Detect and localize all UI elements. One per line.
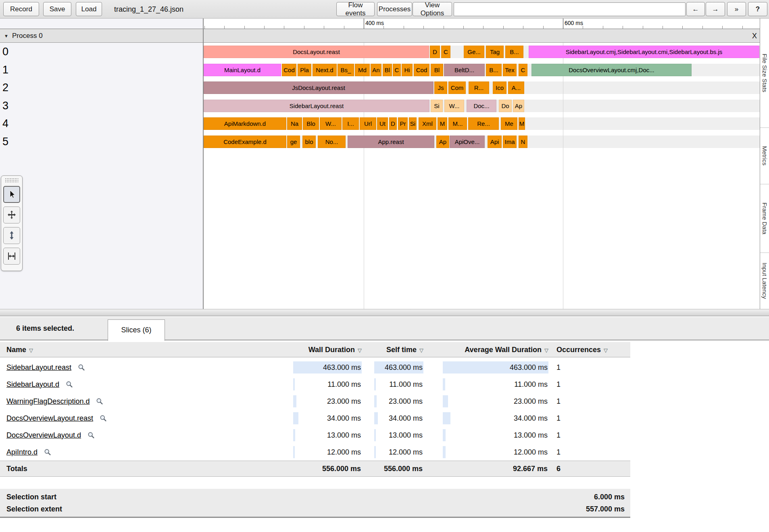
flame-slice[interactable]: DocsOverviewLayout.cmj,Doc... xyxy=(531,64,692,76)
magnifier-icon[interactable] xyxy=(88,432,95,439)
flame-slice[interactable]: Md xyxy=(355,64,370,76)
flame-slice[interactable]: Bl xyxy=(383,64,392,76)
flame-slice[interactable]: Pla xyxy=(298,64,311,76)
flame-slice[interactable]: D xyxy=(389,117,397,130)
magnifier-icon[interactable] xyxy=(96,398,103,405)
flame-slice[interactable]: App.reast xyxy=(348,136,434,148)
flame-slice[interactable]: M... xyxy=(448,117,467,130)
record-button[interactable]: Record xyxy=(3,2,39,16)
flame-slice[interactable]: MainLayout.d xyxy=(204,64,281,76)
flow-events-button[interactable]: Flow events xyxy=(336,2,375,16)
palette-grip-handle[interactable] xyxy=(5,178,19,182)
find-previous-button[interactable]: ← xyxy=(686,2,705,16)
flame-slice[interactable]: Ico xyxy=(493,81,506,94)
flame-slice[interactable]: N xyxy=(519,136,527,148)
tab-metrics[interactable]: Metrics xyxy=(760,127,769,184)
magnifier-icon[interactable] xyxy=(44,449,51,456)
flame-slice[interactable]: Na xyxy=(287,117,302,130)
slice-name-link[interactable]: ApiIntro.d xyxy=(6,448,38,457)
flame-slice[interactable]: Next.d xyxy=(313,64,337,76)
flame-slice[interactable]: Si xyxy=(409,117,417,130)
tab-frame-data[interactable]: Frame Data xyxy=(760,184,769,252)
flame-slice[interactable]: Bs_ xyxy=(338,64,354,76)
timing-tool-button[interactable] xyxy=(3,248,20,265)
flame-slice[interactable]: Ima xyxy=(503,136,517,148)
zoom-vertical-tool-button[interactable] xyxy=(3,227,20,244)
sort-icon[interactable]: ▽ xyxy=(544,347,548,353)
flame-slice[interactable]: I... xyxy=(342,117,359,130)
flame-slice[interactable]: Tex xyxy=(503,64,517,76)
flame-slice[interactable]: W... xyxy=(444,100,464,112)
flame-slice[interactable]: M xyxy=(519,117,525,130)
more-options-button[interactable]: » xyxy=(727,2,746,16)
magnifier-icon[interactable] xyxy=(100,415,107,422)
flame-slice[interactable]: Pr xyxy=(398,117,408,130)
slice-name-link[interactable]: SidebarLayout.reast xyxy=(6,363,71,372)
flame-slice[interactable]: CodeExample.d xyxy=(204,136,286,148)
tab-slices[interactable]: Slices (6) xyxy=(108,319,165,341)
flame-chart-area[interactable]: 0DocsLayout.reastDCGe...TagB...SidebarLa… xyxy=(0,43,769,309)
tab-input-latency[interactable]: Input Latency xyxy=(760,252,769,309)
flame-slice[interactable]: C xyxy=(441,46,450,58)
pan-tool-button[interactable] xyxy=(3,207,20,223)
panel-splitter[interactable] xyxy=(0,309,769,316)
flame-slice[interactable]: Do xyxy=(499,100,512,112)
flame-slice[interactable]: An xyxy=(371,64,381,76)
flame-slice[interactable]: Js xyxy=(434,81,447,94)
tab-file-size-stats[interactable]: File Size Stats xyxy=(760,19,769,127)
flame-slice[interactable]: Ge... xyxy=(464,46,484,58)
flame-slice[interactable]: Bl xyxy=(431,64,443,76)
flame-slice[interactable]: SidebarLayout.reast xyxy=(204,100,429,112)
flame-slice[interactable]: Com xyxy=(448,81,466,94)
flame-slice[interactable]: Si xyxy=(431,100,443,112)
flame-slice[interactable]: Ap xyxy=(513,100,524,112)
close-process-button[interactable]: X xyxy=(749,29,760,43)
flame-slice[interactable]: ge xyxy=(287,136,300,148)
sort-icon[interactable]: ▽ xyxy=(29,347,33,353)
flame-slice[interactable]: R... xyxy=(469,81,489,94)
view-options-button[interactable]: View Options xyxy=(413,2,452,16)
flame-slice[interactable]: Cod xyxy=(414,64,429,76)
sort-icon[interactable]: ▽ xyxy=(419,347,423,353)
flame-slice[interactable]: Api xyxy=(488,136,502,148)
load-button[interactable]: Load xyxy=(76,2,102,16)
magnifier-icon[interactable] xyxy=(66,381,73,388)
flame-slice[interactable]: A... xyxy=(508,81,524,94)
slice-name-link[interactable]: DocsOverviewLayout.reast xyxy=(6,414,93,423)
flame-slice[interactable]: No... xyxy=(318,136,346,148)
help-button[interactable]: ? xyxy=(748,2,767,16)
sort-icon[interactable]: ▽ xyxy=(604,347,608,353)
flame-slice[interactable]: C xyxy=(519,64,527,76)
flame-slice[interactable]: B... xyxy=(505,46,523,58)
flame-slice[interactable]: M xyxy=(438,117,447,130)
flame-slice[interactable]: Me xyxy=(501,117,517,130)
flame-slice[interactable]: Tag xyxy=(486,46,504,58)
flame-slice[interactable]: ApiMarkdown.d xyxy=(204,117,286,130)
flame-slice[interactable]: Cod xyxy=(282,64,296,76)
magnifier-icon[interactable] xyxy=(78,364,85,371)
flame-slice[interactable]: Re... xyxy=(468,117,499,130)
flame-slice[interactable]: C xyxy=(393,64,401,76)
save-button[interactable]: Save xyxy=(43,2,71,16)
flame-slice[interactable]: ApiOve... xyxy=(450,136,485,148)
flame-slice[interactable]: Ap xyxy=(436,136,449,148)
flame-slice[interactable]: Ut xyxy=(377,117,388,130)
process-header[interactable]: ▼ Process 0 X xyxy=(0,29,760,43)
processes-button[interactable]: Processes xyxy=(377,2,412,16)
flame-slice[interactable]: JsDocsLayout.reast xyxy=(204,81,433,94)
flame-slice[interactable]: DocsLayout.reast xyxy=(204,46,429,58)
flame-slice[interactable]: B... xyxy=(486,64,502,76)
slice-name-link[interactable]: DocsOverviewLayout.d xyxy=(6,431,81,440)
column-header-name[interactable]: Name▽ xyxy=(6,342,33,357)
flame-slice[interactable]: Hi xyxy=(402,64,413,76)
sort-icon[interactable]: ▽ xyxy=(358,347,362,353)
column-header-wall-duration[interactable]: Wall Duration▽ xyxy=(293,342,362,357)
slice-name-link[interactable]: SidebarLayout.d xyxy=(6,380,59,389)
collapse-process-icon[interactable]: ▼ xyxy=(4,29,8,43)
column-header-self-time[interactable]: Self time▽ xyxy=(374,342,423,357)
flame-slice[interactable]: W... xyxy=(320,117,342,130)
flame-slice[interactable]: Url xyxy=(360,117,376,130)
slice-name-link[interactable]: WarningFlagDescription.d xyxy=(6,397,90,406)
flame-slice[interactable]: SidebarLayout.cmj,SidebarLayout.cmi,Side… xyxy=(529,46,759,58)
timeline-ruler[interactable]: 400 ms600 ms xyxy=(0,19,769,29)
